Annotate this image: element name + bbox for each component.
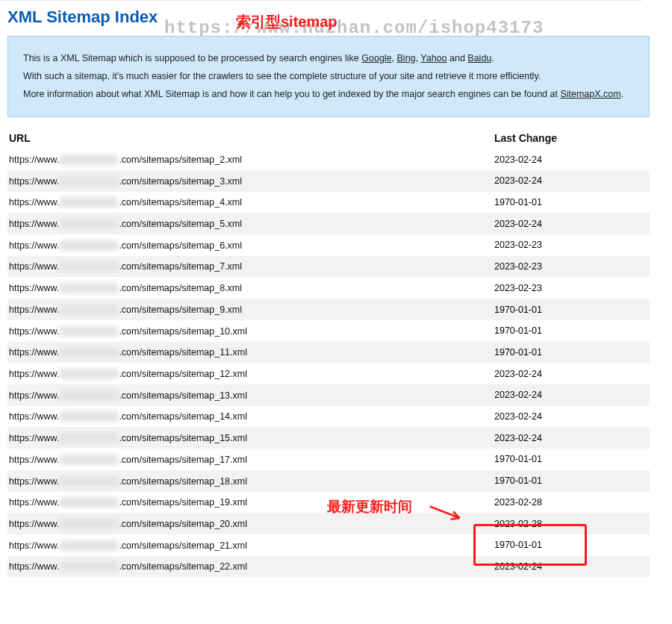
cell-url: https://www..com/sitemaps/sitemap_12.xml (7, 363, 493, 384)
url-prefix: https://www. (9, 411, 59, 422)
sitemap-link[interactable]: https://www..com/sitemaps/sitemap_8.xml (9, 282, 242, 293)
cell-url: https://www..com/sitemaps/sitemap_22.xml (7, 556, 493, 578)
redacted-domain (60, 326, 118, 337)
redacted-domain (60, 197, 118, 208)
cell-url: https://www..com/sitemaps/sitemap_18.xml (7, 470, 493, 492)
url-suffix: .com/sitemaps/sitemap_9.xml (119, 305, 242, 315)
url-prefix: https://www. (9, 561, 59, 572)
top-divider (0, 0, 642, 1)
url-suffix: .com/sitemaps/sitemap_15.xml (119, 433, 247, 443)
redacted-domain (60, 176, 118, 187)
sitemap-link[interactable]: https://www..com/sitemaps/sitemap_12.xml (9, 368, 247, 378)
cell-url: https://www..com/sitemaps/sitemap_10.xml (7, 320, 493, 342)
sitemap-link[interactable]: https://www..com/sitemaps/sitemap_5.xml (9, 218, 242, 228)
sitemap-link[interactable]: https://www..com/sitemaps/sitemap_22.xml (9, 561, 247, 572)
url-suffix: .com/sitemaps/sitemap_8.xml (119, 283, 242, 293)
cell-url: https://www..com/sitemaps/sitemap_2.xml (7, 149, 493, 170)
sitemap-link[interactable]: https://www..com/sitemaps/sitemap_3.xml (9, 175, 242, 186)
sitemap-link[interactable]: https://www..com/sitemaps/sitemap_11.xml (9, 347, 247, 358)
redacted-domain (60, 561, 118, 572)
cell-url: https://www..com/sitemaps/sitemap_5.xml (7, 213, 493, 234)
link-google[interactable]: Google (361, 53, 391, 63)
info-line-2: With such a sitemap, it's much easier fo… (23, 68, 634, 86)
redacted-domain (60, 155, 118, 165)
redacted-domain (60, 411, 118, 422)
sitemap-link[interactable]: https://www..com/sitemaps/sitemap_9.xml (9, 304, 242, 314)
url-suffix: .com/sitemaps/sitemap_13.xml (119, 390, 247, 401)
sitemap-link[interactable]: https://www..com/sitemaps/sitemap_7.xml (9, 261, 242, 272)
info-line-1: This is a XML Sitemap which is supposed … (23, 50, 634, 68)
url-suffix: .com/sitemaps/sitemap_2.xml (119, 155, 242, 165)
url-suffix: .com/sitemaps/sitemap_3.xml (119, 176, 242, 187)
sitemap-link[interactable]: https://www..com/sitemaps/sitemap_4.xml (9, 197, 242, 208)
table-row: https://www..com/sitemaps/sitemap_20.xml… (7, 513, 650, 534)
info-text: More information about what XML Sitemap … (23, 89, 560, 99)
url-suffix: .com/sitemaps/sitemap_11.xml (119, 347, 247, 358)
table-row: https://www..com/sitemaps/sitemap_4.xml1… (7, 192, 650, 213)
cell-url: https://www..com/sitemaps/sitemap_15.xml (7, 427, 493, 449)
url-suffix: .com/sitemaps/sitemap_5.xml (119, 219, 242, 229)
sitemap-link[interactable]: https://www..com/sitemaps/sitemap_6.xml (9, 240, 242, 250)
column-header-last-change: Last Change (493, 128, 650, 149)
url-prefix: https://www. (9, 390, 59, 401)
sitemap-link[interactable]: https://www..com/sitemaps/sitemap_18.xml (9, 475, 247, 486)
sitemap-link[interactable]: https://www..com/sitemaps/sitemap_17.xml (9, 454, 247, 464)
url-prefix: https://www. (9, 197, 59, 208)
sitemap-link[interactable]: https://www..com/sitemaps/sitemap_21.xml (9, 540, 247, 550)
page-body: XML Sitemap Index https://www.huzhan.com… (0, 0, 657, 624)
cell-url: https://www..com/sitemaps/sitemap_7.xml (7, 256, 493, 278)
url-suffix: .com/sitemaps/sitemap_17.xml (119, 455, 247, 465)
sitemap-link[interactable]: https://www..com/sitemaps/sitemap_10.xml (9, 325, 247, 336)
cell-url: https://www..com/sitemaps/sitemap_19.xml (7, 492, 493, 514)
cell-url: https://www..com/sitemaps/sitemap_17.xml (7, 449, 493, 470)
url-prefix: https://www. (9, 540, 59, 551)
cell-last-change: 2023-02-23 (493, 256, 650, 278)
table-row: https://www..com/sitemaps/sitemap_11.xml… (7, 342, 650, 364)
sitemap-link[interactable]: https://www..com/sitemaps/sitemap_15.xml (9, 432, 247, 443)
cell-last-change: 2023-02-24 (493, 427, 650, 449)
sitemap-link[interactable]: https://www..com/sitemaps/sitemap_20.xml (9, 518, 247, 528)
sitemap-link[interactable]: https://www..com/sitemaps/sitemap_2.xml (9, 154, 242, 164)
redacted-domain (60, 240, 118, 251)
link-baidu[interactable]: Baidu (467, 53, 491, 63)
url-suffix: .com/sitemaps/sitemap_6.xml (119, 240, 242, 251)
url-prefix: https://www. (9, 369, 59, 379)
cell-url: https://www..com/sitemaps/sitemap_21.xml (7, 534, 493, 556)
url-suffix: .com/sitemaps/sitemap_12.xml (119, 369, 247, 379)
table-row: https://www..com/sitemaps/sitemap_19.xml… (7, 492, 650, 514)
redacted-domain (60, 497, 118, 508)
cell-last-change: 2023-02-24 (493, 556, 650, 578)
cell-last-change: 1970-01-01 (493, 320, 650, 342)
url-prefix: https://www. (9, 326, 59, 337)
cell-last-change: 1970-01-01 (493, 534, 650, 556)
url-prefix: https://www. (9, 240, 59, 251)
url-suffix: .com/sitemaps/sitemap_20.xml (119, 519, 247, 529)
table-row: https://www..com/sitemaps/sitemap_7.xml2… (7, 256, 650, 278)
cell-url: https://www..com/sitemaps/sitemap_3.xml (7, 170, 493, 192)
cell-last-change: 2023-02-24 (493, 149, 650, 170)
sitemap-link[interactable]: https://www..com/sitemaps/sitemap_13.xml (9, 390, 247, 400)
page-title: XML Sitemap Index (7, 7, 650, 27)
url-prefix: https://www. (9, 497, 59, 508)
sitemap-link[interactable]: https://www..com/sitemaps/sitemap_19.xml (9, 497, 247, 508)
url-suffix: .com/sitemaps/sitemap_14.xml (119, 411, 247, 422)
table-row: https://www..com/sitemaps/sitemap_17.xml… (7, 449, 650, 470)
url-prefix: https://www. (9, 283, 59, 293)
cell-last-change: 1970-01-01 (493, 299, 650, 320)
url-prefix: https://www. (9, 305, 59, 315)
url-suffix: .com/sitemaps/sitemap_18.xml (119, 476, 247, 487)
url-suffix: .com/sitemaps/sitemap_21.xml (119, 540, 247, 551)
link-bing[interactable]: Bing (397, 53, 416, 63)
cell-url: https://www..com/sitemaps/sitemap_6.xml (7, 234, 493, 256)
table-row: https://www..com/sitemaps/sitemap_12.xml… (7, 363, 650, 384)
url-prefix: https://www. (9, 455, 59, 465)
redacted-domain (60, 369, 118, 379)
link-sitemapx[interactable]: SitemapX.com (560, 89, 620, 99)
link-yahoo[interactable]: Yahoo (420, 53, 447, 63)
sitemap-link[interactable]: https://www..com/sitemaps/sitemap_14.xml (9, 411, 247, 422)
cell-last-change: 2023-02-24 (493, 384, 650, 406)
table-row: https://www..com/sitemaps/sitemap_6.xml2… (7, 234, 650, 256)
cell-url: https://www..com/sitemaps/sitemap_13.xml (7, 384, 493, 406)
table-row: https://www..com/sitemaps/sitemap_3.xml2… (7, 170, 650, 192)
cell-url: https://www..com/sitemaps/sitemap_8.xml (7, 277, 493, 299)
